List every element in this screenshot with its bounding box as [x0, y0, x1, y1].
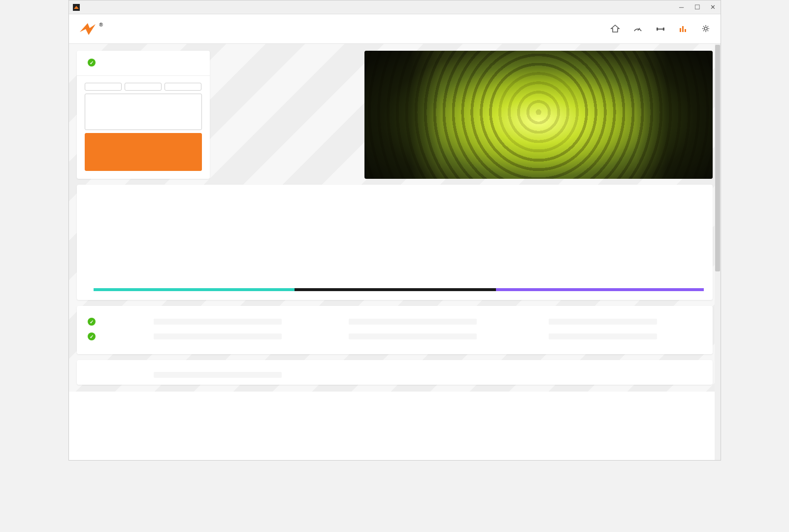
- svg-rect-6: [685, 29, 686, 32]
- utility-track[interactable]: [295, 288, 496, 291]
- cpu-value: [349, 319, 477, 325]
- temp-track[interactable]: [94, 288, 295, 291]
- gui-value: [349, 333, 477, 339]
- svg-rect-1: [657, 28, 658, 31]
- scrollbar-thumb[interactable]: [715, 45, 720, 271]
- tab-options[interactable]: [701, 24, 711, 34]
- app-icon: [73, 4, 80, 11]
- display-value: [154, 333, 282, 339]
- monitoring-chart: [99, 197, 704, 285]
- app-logo: ®: [79, 20, 103, 38]
- minimize-icon[interactable]: ─: [678, 4, 685, 11]
- check-icon: [88, 318, 96, 326]
- app-header: ®: [69, 14, 721, 44]
- titlebar: ─ ☐ ✕: [69, 0, 721, 14]
- svg-rect-2: [663, 28, 664, 31]
- app-window: ─ ☐ ✕ ®: [68, 0, 721, 461]
- save-button[interactable]: [125, 83, 162, 91]
- svg-rect-4: [680, 28, 681, 32]
- bars-icon: [678, 24, 688, 33]
- tab-benchmarks[interactable]: [633, 24, 643, 34]
- check-icon: [88, 332, 96, 340]
- monitoring-section: [77, 185, 713, 300]
- clock-track[interactable]: [496, 288, 703, 291]
- valid-badge-icon: [88, 59, 96, 66]
- monitoring-tracks: [94, 288, 704, 291]
- svg-point-7: [704, 27, 707, 30]
- close-icon[interactable]: ✕: [710, 4, 717, 11]
- time-value: [549, 319, 657, 325]
- score-grid: [216, 51, 359, 179]
- vertical-scrollbar[interactable]: [715, 44, 721, 460]
- maximize-icon[interactable]: ☐: [694, 4, 701, 11]
- gauge-icon: [633, 24, 643, 33]
- nav-tabs: [610, 24, 711, 34]
- weight-icon: [656, 24, 665, 33]
- export-xml-button[interactable]: [164, 83, 201, 91]
- run-again-button[interactable]: [85, 133, 202, 171]
- result-actions-panel: [77, 51, 210, 179]
- settings-used-section: [77, 360, 713, 385]
- hero-image: [364, 51, 713, 179]
- home-icon: [610, 24, 620, 33]
- load-button[interactable]: [85, 83, 122, 91]
- tab-home[interactable]: [610, 24, 620, 34]
- settings-gpu-value: [154, 372, 282, 378]
- svg-rect-5: [682, 26, 684, 32]
- svg-rect-3: [658, 29, 663, 30]
- system-info-section: [77, 306, 713, 354]
- tab-results[interactable]: [678, 24, 688, 34]
- compare-online-button[interactable]: [85, 94, 202, 130]
- systeminfo-value: [549, 333, 657, 339]
- tab-stress-tests[interactable]: [656, 24, 665, 34]
- gpu-value: [154, 319, 282, 325]
- gear-icon: [701, 24, 711, 33]
- content-area: [69, 44, 721, 392]
